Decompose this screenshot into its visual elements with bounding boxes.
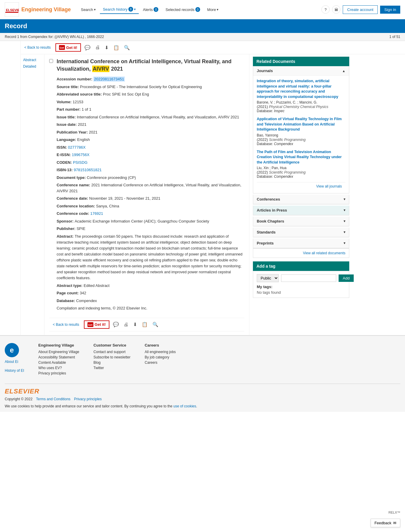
print-icon-button-bottom[interactable]: 🖨 bbox=[122, 321, 130, 328]
related-journal-title-2[interactable]: The Path of Film and Television Animatio… bbox=[257, 150, 345, 165]
abstract-text: The proceedings contain 50 papers. The t… bbox=[57, 234, 243, 280]
eissn-value[interactable]: 1996756X bbox=[72, 153, 89, 157]
sign-in-button[interactable]: Sign in bbox=[380, 6, 400, 14]
top-toolbar: < Back to results Get it! Get it! 💬 🖨 ⬇ … bbox=[21, 41, 405, 54]
nav-search[interactable]: Search ▾ bbox=[78, 6, 99, 14]
print-icon-button[interactable]: 🖨 bbox=[94, 44, 101, 51]
preprints-section-header[interactable]: Preprints ▾ bbox=[253, 239, 349, 248]
footer-about-ei-link[interactable]: About Ei bbox=[5, 360, 18, 364]
nav-more[interactable]: More ▾ bbox=[204, 6, 222, 14]
nav-search-history[interactable]: Search history 8 ▾ bbox=[100, 5, 139, 14]
record-position: 1 of 51 bbox=[389, 35, 400, 39]
footer-history-ei-link[interactable]: History of EI bbox=[5, 369, 24, 373]
related-journal-db-1: Database: Compendex bbox=[257, 142, 345, 146]
field-page-count: Page count: 342 bbox=[57, 290, 244, 296]
privacy-link[interactable]: Privacy principles bbox=[74, 397, 102, 401]
footer-all-jobs-link[interactable]: All engineering jobs bbox=[145, 350, 176, 354]
pub-year-value: 2021 bbox=[89, 130, 98, 134]
coden-value[interactable]: PSISDG bbox=[73, 160, 87, 165]
back-to-results-bottom[interactable]: < Back to results bbox=[53, 323, 79, 327]
footer-col-2: Customer Service Contact and support Sub… bbox=[93, 343, 130, 377]
record-checkbox[interactable] bbox=[49, 59, 53, 63]
page-footer: e About Ei History of EI Engineering Vil… bbox=[0, 335, 405, 412]
nav-selected-records[interactable]: Selected records 0 bbox=[162, 5, 203, 14]
chevron-down-icon: ▾ bbox=[94, 8, 96, 12]
conf-code-value[interactable]: 176921 bbox=[90, 211, 103, 216]
tag-info-icon[interactable]: i bbox=[277, 264, 282, 269]
footer-accessibility-link[interactable]: Accessibility Statement bbox=[38, 355, 79, 359]
footer-careers-link[interactable]: Careers bbox=[145, 361, 176, 365]
field-volume: Volume: 12153 bbox=[57, 99, 244, 105]
footer-legal: Copyright © 2022 Terms and Conditions Pr… bbox=[5, 397, 400, 401]
tag-input-field[interactable] bbox=[281, 274, 336, 282]
preprints-chevron-icon: ▾ bbox=[344, 241, 345, 245]
footer-subscribe-link[interactable]: Subscribe to newsletter bbox=[93, 355, 130, 359]
standards-label: Standards bbox=[257, 230, 276, 234]
standards-section-header[interactable]: Standards ▾ bbox=[253, 228, 349, 237]
field-conf-date: Conference date: November 19, 2021 - Nov… bbox=[57, 196, 244, 201]
related-journal-authors-2: Liu, Xin ; Pan, Hua bbox=[257, 166, 345, 170]
detailed-link[interactable]: Detailed bbox=[23, 64, 42, 69]
logo-area: ELSEVIER Engineering Village bbox=[5, 2, 71, 17]
comment-icon-button[interactable]: 💬 bbox=[83, 44, 92, 52]
copy-icon-button[interactable]: 📋 bbox=[112, 44, 120, 52]
get-it-icon: Get it! bbox=[59, 45, 65, 50]
field-part-number: Part number: 1 of 1 bbox=[57, 107, 244, 112]
use-of-cookies-link[interactable]: use of cookies bbox=[173, 404, 196, 408]
accession-number-value[interactable]: 20220811673451 bbox=[93, 77, 125, 82]
footer-blog-link[interactable]: Blog bbox=[93, 361, 130, 365]
tag-visibility-select[interactable]: Public bbox=[257, 274, 279, 282]
journals-section-header[interactable]: Journals ▲ bbox=[253, 66, 349, 76]
view-all-journals-link[interactable]: View all journals bbox=[257, 182, 345, 190]
institution-icon[interactable]: 🏛 bbox=[332, 5, 340, 14]
issn-value[interactable]: 0277786X bbox=[68, 145, 85, 150]
get-it-button-bottom[interactable]: Get it! Get it! bbox=[84, 320, 109, 329]
field-issn: ISSN: 0277786X bbox=[57, 144, 244, 150]
download-icon-button[interactable]: ⬇ bbox=[103, 44, 110, 52]
articles-press-section-header[interactable]: Articles in Press ▾ bbox=[253, 206, 349, 215]
copy-icon-button-bottom[interactable]: 📋 bbox=[141, 320, 149, 328]
related-docs-header: Related Documents bbox=[253, 57, 349, 66]
field-issue-date: Issue date: 2021 bbox=[57, 122, 244, 128]
footer-privacy-principles-link[interactable]: Privacy principles bbox=[38, 371, 79, 375]
highlight-aivrv: AIVRV bbox=[92, 66, 110, 72]
conferences-section-header[interactable]: Conferences ▾ bbox=[253, 195, 349, 204]
download-icon-button-bottom[interactable]: ⬇ bbox=[132, 320, 138, 328]
footer-by-job-cat-link[interactable]: By job category bbox=[145, 355, 176, 359]
articles-press-label: Articles in Press bbox=[257, 208, 287, 212]
tag-add-button[interactable]: Add bbox=[339, 274, 354, 282]
get-it-button-top[interactable]: Get it! Get it! bbox=[55, 43, 81, 52]
nav-alerts[interactable]: Alerts 0 bbox=[140, 5, 161, 14]
related-journal-title-1[interactable]: Application of Virtual Reality Technolog… bbox=[257, 117, 345, 132]
abstract-link[interactable]: Abstract bbox=[23, 58, 42, 62]
field-abbreviated-source: Abbreviated source title: Proc SPIE Int … bbox=[57, 91, 244, 97]
field-pub-year: Publication Year: 2021 bbox=[57, 129, 244, 135]
comment-icon-button-bottom[interactable]: 💬 bbox=[112, 320, 120, 328]
view-all-related-link[interactable]: View all related documents bbox=[253, 248, 349, 258]
footer-who-uses-link[interactable]: Who uses EV? bbox=[38, 366, 79, 370]
footer-twitter-link[interactable]: Twitter bbox=[93, 366, 130, 370]
footer-about-ev-link[interactable]: About Engineering Village bbox=[38, 350, 79, 354]
svg-text:Get it!: Get it! bbox=[88, 323, 93, 326]
field-database: Database: Compendex bbox=[57, 298, 244, 304]
create-account-button[interactable]: Create account bbox=[343, 5, 378, 14]
copyright-value: Compilation and indexing terms, © 2022 E… bbox=[57, 306, 147, 310]
copyright-text: Copyright © 2022 bbox=[5, 397, 33, 401]
journals-content: Integration of theory, simulation, artif… bbox=[253, 76, 349, 193]
related-journal-title-0[interactable]: Integration of theory, simulation, artif… bbox=[257, 79, 345, 99]
back-to-results-top[interactable]: < Back to results bbox=[24, 45, 51, 50]
footer-top: e About Ei History of EI Engineering Vil… bbox=[5, 343, 400, 377]
search-icon-button[interactable]: 🔍 bbox=[123, 44, 131, 52]
footer-contact-link[interactable]: Contact and support bbox=[93, 350, 130, 354]
search-icon-button-bottom[interactable]: 🔍 bbox=[151, 320, 160, 328]
book-chapters-section-header[interactable]: Book Chapters ▾ bbox=[253, 217, 349, 226]
field-doc-type: Document type: Conference proceeding (CP… bbox=[57, 175, 244, 181]
help-icon[interactable]: ? bbox=[321, 5, 330, 14]
footer-ev-icon: e bbox=[5, 343, 19, 357]
record-main: International Conference on Artificial I… bbox=[49, 58, 244, 313]
footer-content-available-link[interactable]: Content Available bbox=[38, 361, 79, 365]
isbn13-value[interactable]: 9781510651821 bbox=[74, 168, 102, 172]
terms-conditions-link[interactable]: Terms and Conditions bbox=[36, 397, 71, 401]
site-header: ELSEVIER Engineering Village Search ▾ Se… bbox=[0, 0, 405, 19]
add-tag-content: Public Add My tags: No tags found bbox=[253, 271, 349, 298]
